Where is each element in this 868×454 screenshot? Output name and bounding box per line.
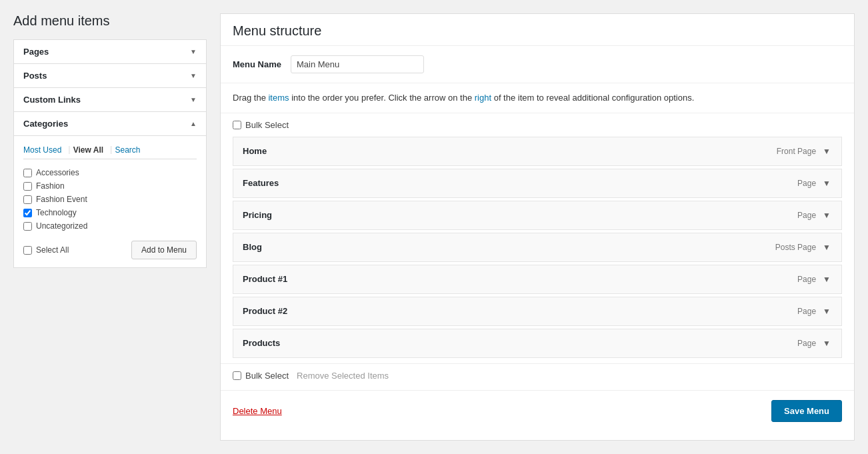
menu-items-list: Home Front Page ▼ Features Page ▼ Pricin… bbox=[221, 137, 854, 358]
menu-item-features-expand[interactable]: ▼ bbox=[821, 177, 832, 189]
accordion-pages-label: Pages bbox=[23, 47, 49, 57]
accordion-posts-label: Posts bbox=[23, 71, 47, 81]
list-item: Fashion Event bbox=[23, 193, 197, 206]
menu-structure-title: Menu structure bbox=[233, 23, 842, 39]
menu-item-product2-name: Product #2 bbox=[243, 306, 287, 316]
menu-name-row: Menu Name bbox=[221, 46, 854, 83]
label-technology[interactable]: Technology bbox=[36, 208, 77, 217]
accordion-custom-links: Custom Links ▼ bbox=[13, 87, 207, 112]
categories-tabs: Most Used | View All | Search bbox=[23, 144, 197, 159]
tab-most-used[interactable]: Most Used bbox=[23, 144, 65, 156]
list-item: Uncategorized bbox=[23, 219, 197, 233]
accordion-pages-chevron: ▼ bbox=[190, 48, 197, 55]
accordion-custom-links-label: Custom Links bbox=[23, 95, 81, 105]
list-item: Accessories bbox=[23, 166, 197, 179]
menu-item-products-right: Page ▼ bbox=[797, 337, 832, 349]
tab-view-all[interactable]: View All bbox=[73, 144, 107, 156]
save-menu-button[interactable]: Save Menu bbox=[771, 400, 842, 422]
accordion-categories: Categories ▲ Most Used | View All | Sear… bbox=[13, 111, 207, 268]
menu-item-home[interactable]: Home Front Page ▼ bbox=[233, 137, 842, 166]
bulk-select-top-row: Bulk Select bbox=[221, 113, 854, 137]
right-panel: Menu structure Menu Name Drag the items … bbox=[220, 13, 855, 441]
menu-item-features-type: Page bbox=[797, 179, 816, 188]
menu-item-features[interactable]: Features Page ▼ bbox=[233, 169, 842, 198]
add-to-menu-button[interactable]: Add to Menu bbox=[131, 241, 197, 259]
menu-item-product2[interactable]: Product #2 Page ▼ bbox=[233, 297, 842, 326]
bulk-select-top-text: Bulk Select bbox=[245, 120, 289, 130]
instructions-items-link[interactable]: items bbox=[268, 93, 289, 103]
menu-item-products-name: Products bbox=[243, 338, 280, 348]
instructions-text: Drag the bbox=[233, 93, 268, 103]
menu-item-blog-right: Posts Page ▼ bbox=[775, 241, 832, 253]
menu-item-home-name: Home bbox=[243, 146, 267, 156]
list-item: Fashion bbox=[23, 179, 197, 193]
instructions: Drag the items into the order you prefer… bbox=[221, 83, 854, 113]
menu-item-products-expand[interactable]: ▼ bbox=[821, 337, 832, 349]
menu-item-home-right: Front Page ▼ bbox=[777, 145, 832, 157]
select-all-label[interactable]: Select All bbox=[23, 245, 69, 255]
accordion-pages: Pages ▼ bbox=[13, 39, 207, 64]
menu-item-pricing[interactable]: Pricing Page ▼ bbox=[233, 201, 842, 230]
menu-item-pricing-name: Pricing bbox=[243, 210, 272, 220]
menu-item-blog[interactable]: Blog Posts Page ▼ bbox=[233, 233, 842, 262]
accordion-categories-chevron: ▲ bbox=[190, 120, 197, 127]
bulk-select-bottom-label[interactable]: Bulk Select bbox=[233, 371, 289, 381]
select-all-text: Select All bbox=[36, 245, 69, 255]
select-all-row: Select All Add to Menu bbox=[23, 241, 197, 259]
delete-menu-button[interactable]: Delete Menu bbox=[233, 406, 282, 416]
label-fashion-event[interactable]: Fashion Event bbox=[36, 195, 87, 204]
accordion-categories-body: Most Used | View All | Search Accessorie… bbox=[14, 135, 206, 267]
menu-item-product1-expand[interactable]: ▼ bbox=[821, 273, 832, 285]
menu-item-blog-name: Blog bbox=[243, 242, 262, 252]
accordion-custom-links-header[interactable]: Custom Links ▼ bbox=[14, 88, 206, 111]
accordion-posts-chevron: ▼ bbox=[190, 72, 197, 79]
bulk-select-bottom-checkbox[interactable] bbox=[233, 371, 241, 380]
menu-item-product1-right: Page ▼ bbox=[797, 273, 832, 285]
accordion-categories-header[interactable]: Categories ▲ bbox=[14, 112, 206, 135]
menu-item-pricing-expand[interactable]: ▼ bbox=[821, 209, 832, 221]
menu-item-products[interactable]: Products Page ▼ bbox=[233, 329, 842, 358]
accordion-custom-links-chevron: ▼ bbox=[190, 96, 197, 103]
tab-search[interactable]: Search bbox=[115, 144, 145, 156]
list-item: Technology bbox=[23, 206, 197, 219]
instructions-right-link: right bbox=[475, 93, 491, 103]
right-panel-inner: Menu structure Menu Name Drag the items … bbox=[221, 14, 854, 431]
bulk-select-bottom-text: Bulk Select bbox=[245, 371, 289, 381]
label-accessories[interactable]: Accessories bbox=[36, 168, 79, 177]
instructions-text3: of the item to reveal additional configu… bbox=[491, 93, 694, 103]
menu-item-product2-expand[interactable]: ▼ bbox=[821, 305, 832, 317]
menu-item-pricing-type: Page bbox=[797, 211, 816, 220]
bulk-select-bottom-row: Bulk Select Remove Selected Items bbox=[221, 363, 854, 387]
remove-selected-button[interactable]: Remove Selected Items bbox=[297, 371, 389, 381]
checkbox-fashion-event[interactable] bbox=[23, 195, 32, 204]
add-menu-items-title: Add menu items bbox=[13, 13, 207, 29]
label-uncategorized[interactable]: Uncategorized bbox=[36, 221, 87, 231]
menu-item-product1-name: Product #1 bbox=[243, 274, 287, 284]
label-fashion[interactable]: Fashion bbox=[36, 181, 65, 191]
bulk-select-top-checkbox[interactable] bbox=[233, 121, 241, 129]
menu-item-product2-type: Page bbox=[797, 307, 816, 316]
menu-item-product1-type: Page bbox=[797, 275, 816, 284]
menu-name-input[interactable] bbox=[291, 55, 424, 73]
accordion-posts-header[interactable]: Posts ▼ bbox=[14, 64, 206, 87]
menu-item-blog-type: Posts Page bbox=[775, 243, 816, 252]
menu-item-product2-right: Page ▼ bbox=[797, 305, 832, 317]
footer-row: Delete Menu Save Menu bbox=[221, 390, 854, 431]
checkbox-uncategorized[interactable] bbox=[23, 222, 32, 231]
bulk-select-top-label[interactable]: Bulk Select bbox=[233, 120, 289, 130]
menu-item-product1[interactable]: Product #1 Page ▼ bbox=[233, 265, 842, 294]
checkbox-accessories[interactable] bbox=[23, 169, 32, 177]
menu-item-features-name: Features bbox=[243, 178, 279, 188]
categories-list: Accessories Fashion Fashion Event Techno… bbox=[23, 166, 197, 233]
accordion-posts: Posts ▼ bbox=[13, 63, 207, 88]
menu-item-home-expand[interactable]: ▼ bbox=[821, 145, 832, 157]
accordion-pages-header[interactable]: Pages ▼ bbox=[14, 40, 206, 63]
checkbox-fashion[interactable] bbox=[23, 182, 32, 191]
checkbox-technology[interactable] bbox=[23, 209, 32, 217]
menu-structure-header: Menu structure bbox=[221, 14, 854, 46]
menu-item-blog-expand[interactable]: ▼ bbox=[821, 241, 832, 253]
accordion-categories-label: Categories bbox=[23, 119, 68, 129]
menu-item-pricing-right: Page ▼ bbox=[797, 209, 832, 221]
checkbox-select-all[interactable] bbox=[23, 246, 32, 255]
menu-name-label: Menu Name bbox=[233, 59, 281, 69]
